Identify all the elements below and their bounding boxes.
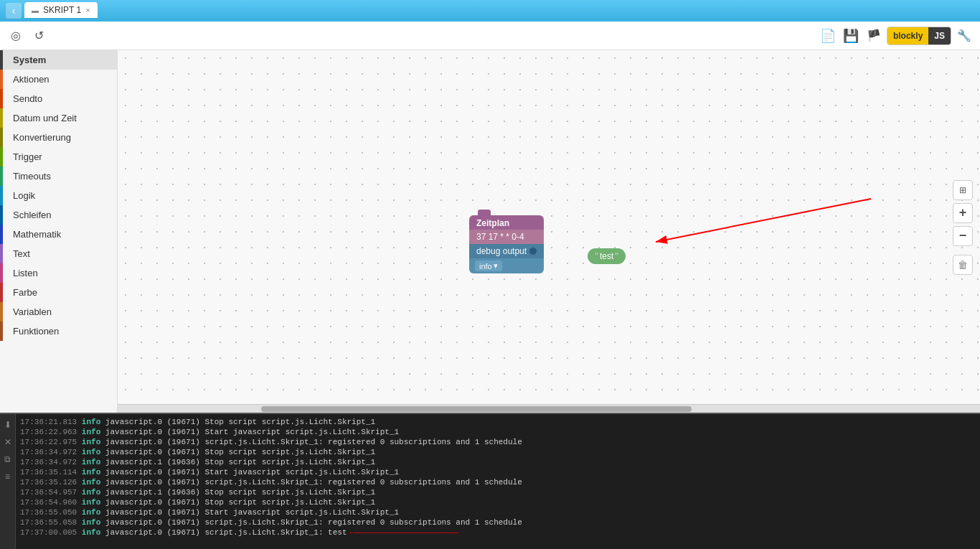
- cron-value: 37 17 * * 0-4: [476, 232, 524, 242]
- eye-button[interactable]: ◎: [6, 26, 26, 46]
- sidebar-item-datum[interactable]: Datum und Zeit: [0, 108, 117, 128]
- close-quote-icon: ": [615, 250, 618, 262]
- blockly-tab[interactable]: blockly: [887, 27, 928, 44]
- sidebar-item-schleifen[interactable]: Schleifen: [0, 205, 117, 225]
- block-debug[interactable]: debug output: [469, 244, 544, 258]
- log-download-btn[interactable]: ⬇: [1, 418, 14, 431]
- log-line: 17:36:34.972 info javascript.1 (19636) S…: [20, 457, 976, 467]
- log-line: 17:36:55.058 info javascript.0 (19671) s…: [20, 517, 976, 527]
- sidebar-item-konvert[interactable]: Konvertierung: [0, 128, 117, 147]
- log-level: info: [82, 498, 105, 507]
- log-message: javascript.0 (19671) Start javascript sc…: [105, 428, 399, 436]
- refresh-icon: ↺: [34, 29, 44, 42]
- log-timestamp: 17:36:54.960: [20, 498, 82, 507]
- sidebar-item-logik[interactable]: Logik: [0, 186, 117, 205]
- canvas-arrow-annotation: [118, 50, 980, 404]
- open-quote-icon: ": [595, 250, 598, 262]
- toolbar-right: 📄 💾 🏴 blockly JS 🔧: [818, 26, 974, 46]
- sidebar-item-variablen[interactable]: Variablen: [0, 302, 117, 322]
- zoom-minus-button[interactable]: −: [953, 226, 973, 246]
- tab-skript1[interactable]: ▬ SKRIPT 1 ×: [24, 2, 98, 19]
- flag-icon: 🏴: [867, 29, 881, 42]
- log-level: info: [82, 528, 105, 537]
- sidebar-item-trigger[interactable]: Trigger: [0, 147, 117, 166]
- info-dropdown[interactable]: info ▾: [475, 261, 502, 271]
- refresh-button[interactable]: ↺: [29, 26, 49, 46]
- log-timestamp: 17:36:22.975: [20, 438, 82, 446]
- log-line: 17:36:22.975 info javascript.0 (19671) s…: [20, 437, 976, 447]
- log-level: info: [82, 438, 105, 446]
- sidebar: SystemAktionenSendtoDatum und ZeitKonver…: [0, 50, 118, 413]
- flag-button[interactable]: 🏴: [864, 26, 884, 46]
- trash-button[interactable]: 🗑: [953, 255, 973, 275]
- log-line: 17:36:35.126 info javascript.0 (19671) s…: [20, 477, 976, 487]
- block-info[interactable]: info ▾: [469, 258, 544, 273]
- log-level: info: [82, 488, 105, 497]
- log-line: 17:36:54.960 info javascript.0 (19671) S…: [20, 497, 976, 507]
- horizontal-scrollbar[interactable]: [118, 404, 980, 413]
- zeitplan-label: Zeitplan: [476, 218, 509, 228]
- scrollbar-thumb[interactable]: [261, 406, 692, 412]
- sidebar-item-farbe[interactable]: Farbe: [0, 283, 117, 302]
- back-button[interactable]: ‹: [6, 3, 22, 19]
- tab-close-button[interactable]: ×: [85, 6, 90, 14]
- sidebar-item-listen[interactable]: Listen: [0, 263, 117, 283]
- sidebar-item-system[interactable]: System: [0, 50, 117, 70]
- log-message: javascript.0 (19671) Stop script script.…: [105, 498, 375, 507]
- canvas-area[interactable]: Zeitplan 37 17 * * 0-4 debug output info…: [118, 50, 980, 404]
- eye-icon: ◎: [11, 29, 21, 42]
- log-line: 17:37:00.005 info javascript.0 (19671) s…: [20, 527, 976, 538]
- zoom-fit-button[interactable]: ⊞: [953, 180, 973, 200]
- log-level: info: [82, 508, 105, 517]
- log-message: javascript.0 (19671) Stop script script.…: [105, 448, 375, 456]
- block-string[interactable]: " test ": [588, 248, 626, 264]
- sidebar-item-aktionen[interactable]: Aktionen: [0, 70, 117, 89]
- zoom-plus-button[interactable]: +: [953, 203, 973, 223]
- log-level: info: [82, 468, 105, 477]
- log-line: 17:36:54.957 info javascript.1 (19636) S…: [20, 487, 976, 497]
- debug-connector: [529, 248, 537, 255]
- log-message: javascript.0 (19671) script.js.Licht.Skr…: [105, 528, 347, 537]
- block-cron[interactable]: 37 17 * * 0-4: [469, 230, 544, 244]
- log-copy-btn[interactable]: ⧉: [1, 453, 14, 466]
- settings-icon: 🔧: [957, 29, 971, 42]
- block-zeitplan[interactable]: Zeitplan: [469, 215, 544, 230]
- tab-area: ‹ ▬ SKRIPT 1 ×: [6, 2, 98, 19]
- import-button[interactable]: 💾: [841, 26, 861, 46]
- log-level: info: [82, 448, 105, 456]
- log-level: info: [82, 428, 105, 436]
- blockly-js-toggle[interactable]: blockly JS: [887, 27, 951, 45]
- log-level: info: [82, 458, 105, 466]
- sidebar-item-funktionen[interactable]: Funktionen: [0, 322, 117, 341]
- log-timestamp: 17:36:22.963: [20, 428, 82, 436]
- tab-label: SKRIPT 1: [43, 5, 81, 15]
- sidebar-item-mathematik[interactable]: Mathematik: [0, 225, 117, 244]
- log-line: 17:36:34.972 info javascript.0 (19671) S…: [20, 447, 976, 457]
- log-timestamp: 17:36:34.972: [20, 458, 82, 466]
- sidebar-item-sendto[interactable]: Sendto: [0, 89, 117, 108]
- log-timestamp: 17:36:21.813: [20, 418, 82, 426]
- log-timestamp: 17:36:55.058: [20, 518, 82, 527]
- log-arrow-annotation: ←——————————————————————: [350, 528, 459, 537]
- log-timestamp: 17:36:34.972: [20, 448, 82, 456]
- log-timestamp: 17:36:55.050: [20, 508, 82, 517]
- log-level: info: [82, 418, 105, 426]
- log-level: info: [82, 518, 105, 527]
- log-message: javascript.0 (19671) Stop script script.…: [105, 418, 375, 426]
- sidebar-item-timeouts[interactable]: Timeouts: [0, 166, 117, 186]
- main-area: SystemAktionenSendtoDatum und ZeitKonver…: [0, 50, 980, 413]
- log-line: 17:36:35.114 info javascript.0 (19671) S…: [20, 467, 976, 477]
- settings-button[interactable]: 🔧: [954, 26, 974, 46]
- sidebar-item-text[interactable]: Text: [0, 244, 117, 263]
- log-message: javascript.0 (19671) script.js.Licht.Skr…: [105, 438, 522, 446]
- toolbar: ◎ ↺ 📄 💾 🏴 blockly JS 🔧: [0, 22, 980, 50]
- dropdown-arrow-icon: ▾: [494, 261, 498, 271]
- log-clear-btn[interactable]: ✕: [1, 436, 14, 449]
- log-filter-btn[interactable]: ≡: [1, 470, 14, 483]
- tab-script-icon: ▬: [32, 6, 39, 14]
- log-line: 17:36:55.050 info javascript.0 (19671) S…: [20, 507, 976, 517]
- log-timestamp: 17:37:00.005: [20, 528, 82, 537]
- export-button[interactable]: 📄: [818, 26, 838, 46]
- top-bar: ‹ ▬ SKRIPT 1 ×: [0, 0, 980, 22]
- js-tab[interactable]: JS: [928, 27, 951, 44]
